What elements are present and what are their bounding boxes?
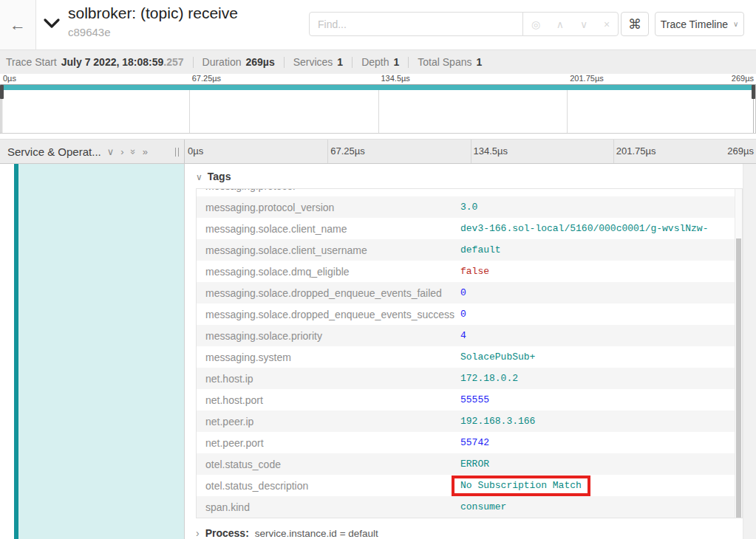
- back-arrow-icon: ←: [10, 16, 26, 35]
- tag-value: SMF: [459, 188, 477, 191]
- tag-row[interactable]: otel.status_descriptionNo Subscription M…: [197, 475, 742, 496]
- summary-separator: [193, 57, 194, 68]
- tick-label: 269µs: [732, 74, 754, 83]
- tick-label: 0µs: [3, 74, 16, 83]
- tag-value: SolacePubSub+: [459, 351, 535, 363]
- minimap-left-scrubber[interactable]: [1, 85, 2, 133]
- timeline-column-header: Service & Operat... ∨ › » » 0µs67.25µs13…: [0, 139, 756, 164]
- tick-label: 201.75µs: [616, 145, 656, 157]
- tag-key: messaging.system: [197, 351, 459, 363]
- tag-key: messaging.solace.client_name: [197, 223, 459, 235]
- tag-row[interactable]: net.host.ip172.18.0.2: [197, 368, 742, 389]
- tag-row[interactable]: messaging.solace.client_namedev3-166.sol…: [197, 218, 742, 239]
- tag-row[interactable]: messaging.solace.dmq_eligiblefalse: [197, 261, 742, 282]
- column-resize-grip[interactable]: [175, 148, 179, 157]
- process-label: Process:: [205, 527, 249, 539]
- focus-icon[interactable]: ◎: [531, 18, 540, 30]
- next-result-icon[interactable]: ∨: [580, 18, 588, 30]
- minimap-span-bar: [1, 85, 755, 90]
- tag-row[interactable]: messaging.systemSolacePubSub+: [197, 346, 742, 368]
- trace-page-header: ← solbroker: (topic) receive c89643e ◎ ∧…: [0, 0, 756, 49]
- highlight-annotation: No Subscription Match: [452, 476, 590, 496]
- tag-key: messaging.solace.priority: [197, 330, 459, 342]
- keyboard-shortcuts-button[interactable]: ⌘: [621, 12, 649, 36]
- tag-key: net.peer.port: [197, 437, 459, 449]
- tag-row[interactable]: net.peer.ip192.168.3.166: [197, 411, 742, 432]
- tags-section-toggle[interactable]: ∨Tags: [196, 171, 231, 182]
- tag-key: messaging.solace.dropped_enqueue_events_…: [197, 309, 459, 320]
- tag-key: net.host.port: [197, 394, 459, 406]
- span-detail-area: ∨Tags messaging.protocolSMFmessaging.pro…: [0, 164, 756, 539]
- double-chevron-right-icon[interactable]: »: [143, 147, 148, 157]
- command-icon: ⌘: [628, 16, 641, 32]
- summary-separator: [352, 57, 353, 68]
- tick-label: 134.5µs: [381, 74, 410, 83]
- tag-row[interactable]: net.host.port55555: [197, 389, 742, 411]
- tick-label: 67.25µs: [330, 145, 365, 157]
- minimap-tick-labels: 0µs67.25µs134.5µs201.75µs269µs: [0, 74, 756, 84]
- tag-value: dev3-166.sol-local/5160/000c0001/g-wvslN…: [459, 223, 708, 234]
- column-divider: [327, 140, 328, 163]
- scrollbar-thumb[interactable]: [736, 238, 741, 518]
- summary-label: Duration: [202, 56, 242, 68]
- tag-row[interactable]: messaging.solace.priority4: [197, 325, 742, 346]
- summary-value: 1: [337, 56, 343, 68]
- service-operation-title: Service & Operat...: [7, 145, 101, 158]
- tick-label: 67.25µs: [192, 74, 221, 83]
- tag-row[interactable]: otel.status_codeERROR: [197, 453, 742, 475]
- tag-row[interactable]: messaging.solace.dropped_enqueue_events_…: [197, 282, 742, 303]
- minimap-right-scrubber[interactable]: [753, 85, 754, 133]
- view-selector-button[interactable]: Trace Timeline ∨: [655, 12, 744, 36]
- chevron-down-icon[interactable]: ∨: [107, 147, 115, 157]
- tags-table: messaging.protocolSMFmessaging.protocol_…: [196, 188, 743, 518]
- tag-row[interactable]: messaging.protocolSMF: [197, 188, 742, 196]
- timeline-tick-header: 0µs67.25µs134.5µs201.75µs269µs: [185, 140, 756, 163]
- summary-separator: [408, 57, 409, 68]
- tag-key: net.host.ip: [197, 373, 459, 385]
- tag-row[interactable]: net.peer.port55742: [197, 432, 742, 453]
- span-name-column: [0, 164, 185, 539]
- chevron-right-icon[interactable]: ›: [120, 147, 123, 157]
- tag-key: net.peer.ip: [197, 416, 459, 428]
- tag-key: messaging.solace.client_username: [197, 244, 459, 256]
- find-input[interactable]: [309, 12, 523, 36]
- tag-row[interactable]: span.kindconsumer: [197, 496, 742, 518]
- prev-result-icon[interactable]: ∧: [556, 18, 564, 30]
- tick-label: 134.5µs: [474, 145, 508, 157]
- summary-label: Services: [293, 56, 333, 68]
- detail-scrollbar-track[interactable]: [743, 164, 756, 539]
- summary-value: 1: [476, 56, 482, 68]
- trace-summary-bar: Trace StartJuly 7 2022, 18:08:59.257Dura…: [0, 49, 756, 74]
- selected-span-row[interactable]: [18, 164, 184, 539]
- double-chevron-down-icon[interactable]: »: [129, 148, 138, 154]
- clear-search-icon[interactable]: ×: [604, 18, 610, 30]
- tags-table-scrollbar[interactable]: [735, 189, 742, 518]
- minimap-gridline: [378, 85, 379, 133]
- tags-table-rows: messaging.protocolSMFmessaging.protocol_…: [197, 188, 742, 518]
- span-detail-panel: ∨Tags messaging.protocolSMFmessaging.pro…: [185, 164, 756, 539]
- summary-label: Total Spans: [418, 56, 471, 68]
- summary-separator: [284, 57, 285, 68]
- process-section-toggle[interactable]: ›Process:service.instance.id = default: [196, 527, 378, 539]
- tag-row[interactable]: messaging.solace.client_usernamedefault: [197, 239, 742, 261]
- minimap-gridline: [189, 85, 190, 133]
- tag-row[interactable]: messaging.solace.dropped_enqueue_events_…: [197, 303, 742, 325]
- tag-value: 55742: [459, 437, 489, 448]
- title-collapse-chevron-icon[interactable]: [43, 18, 61, 29]
- service-operation-header: Service & Operat... ∨ › » »: [0, 140, 185, 163]
- tag-key: messaging.protocol: [197, 188, 459, 192]
- summary-value: 1: [394, 56, 400, 68]
- back-button[interactable]: ←: [0, 0, 36, 49]
- summary-value: 269µs: [245, 56, 274, 68]
- column-divider: [471, 140, 471, 163]
- column-divider: [613, 140, 614, 163]
- minimap-canvas[interactable]: [0, 84, 756, 134]
- tick-label: 201.75µs: [570, 74, 603, 83]
- tag-value: false: [459, 266, 489, 277]
- tag-value: 4: [459, 330, 466, 341]
- page-title: solbroker: (topic) receive: [68, 4, 238, 22]
- tag-key: otel.status_code: [197, 459, 459, 470]
- tick-label: 269µs: [727, 145, 754, 157]
- tag-row[interactable]: messaging.protocol_version3.0: [197, 196, 742, 218]
- summary-value-suffix: .257: [163, 56, 183, 68]
